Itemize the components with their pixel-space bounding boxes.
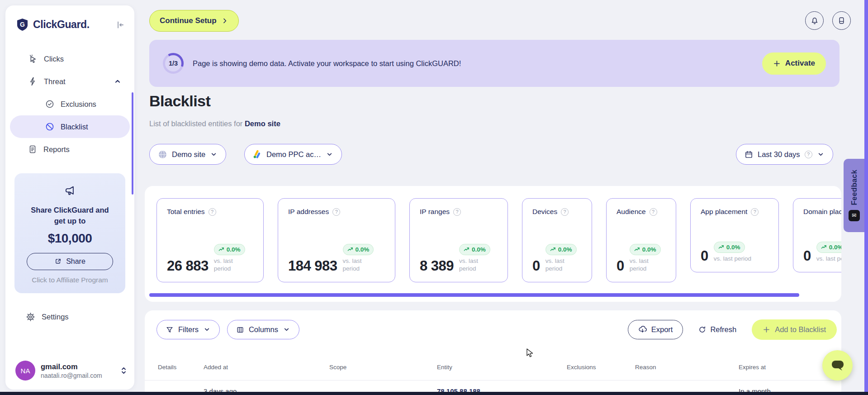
- sidebar-item-threat[interactable]: Threat: [5, 70, 134, 93]
- stat-sub: vs. last period: [630, 257, 658, 273]
- column-header-details: Details: [158, 364, 176, 371]
- feedback-tab[interactable]: Feedback ✉: [844, 159, 864, 232]
- trend-up-icon: [634, 247, 640, 252]
- sidebar-item-clicks[interactable]: Clicks: [5, 48, 134, 70]
- brand-shield-icon: G: [16, 18, 28, 31]
- continue-setup-label: Continue Setup: [160, 16, 217, 25]
- stat-sub: vs. last period: [545, 257, 574, 273]
- stat-label: Domain placement: [803, 208, 841, 216]
- stat-value: 0: [803, 249, 811, 263]
- sidebar-item-exclusions[interactable]: Exclusions: [5, 93, 134, 115]
- stat-sub: vs. last period: [343, 257, 371, 273]
- help-icon[interactable]: ?: [209, 208, 216, 216]
- stat-value: 0: [701, 249, 708, 263]
- header-divider: [145, 380, 841, 381]
- stat-label: Total entries: [167, 208, 205, 216]
- sidebar-item-reports[interactable]: Reports: [5, 138, 134, 161]
- stat-card-app-placement: App placement? 0 0.0% vs. last period: [690, 198, 779, 272]
- stat-card-devices: Devices? 0 0.0% vs. last period: [522, 198, 592, 282]
- chevron-down-icon: [283, 326, 290, 333]
- demo-data-banner: 1/3 Page is showing demo data. Activate …: [149, 40, 840, 87]
- cloud-download-icon: [638, 325, 647, 334]
- stat-value: 0: [617, 259, 624, 273]
- svg-text:G: G: [20, 21, 25, 28]
- stat-value: 8 389: [420, 259, 454, 273]
- date-range-selector[interactable]: Last 30 days ?: [736, 144, 833, 165]
- funnel-icon: [166, 326, 174, 334]
- page-subtitle: List of blacklisted entities for Demo si…: [149, 119, 280, 128]
- stat-sub: vs. last period: [214, 257, 242, 273]
- refresh-button[interactable]: Refresh: [698, 325, 736, 334]
- trend-up-icon: [821, 244, 827, 250]
- window-bottom-edge: [0, 392, 868, 395]
- stat-value: 26 883: [167, 259, 209, 273]
- docs-button[interactable]: [832, 11, 851, 30]
- cards-horizontal-scrollbar[interactable]: [149, 293, 799, 297]
- sidebar-item-blacklist[interactable]: Blacklist: [10, 115, 130, 138]
- user-email: naatali.ro@gmail.com: [41, 372, 102, 379]
- stat-value: 184 983: [288, 259, 337, 273]
- banner-message: Page is showing demo data. Activate your…: [193, 59, 461, 68]
- sidebar-item-label: Clicks: [44, 55, 64, 63]
- trend-up-icon: [218, 247, 224, 252]
- megaphone-icon: [63, 184, 77, 198]
- stat-delta: 0.0%: [642, 246, 656, 253]
- ppc-account-selector[interactable]: Demo PPC ac…: [244, 144, 342, 165]
- share-button[interactable]: Share: [27, 253, 113, 270]
- site-selector-value: Demo site: [172, 150, 205, 159]
- page-scrollbar[interactable]: [864, 0, 868, 395]
- setup-progress-ring: 1/3: [163, 53, 184, 74]
- bell-icon: [810, 16, 819, 25]
- continue-setup-button[interactable]: Continue Setup: [149, 10, 239, 32]
- logo: G ClickGuard.: [5, 5, 134, 31]
- affiliate-promo-card[interactable]: Share ClickGuard and get up to $10,000 S…: [14, 173, 125, 293]
- sidebar-scrollbar[interactable]: [132, 92, 133, 195]
- trend-up-icon: [550, 247, 556, 252]
- stat-card-ip-addresses: IP addresses? 184 983 0.0% vs. last peri…: [278, 198, 395, 282]
- plus-icon: [763, 326, 770, 333]
- stat-delta: 0.0%: [829, 244, 841, 251]
- export-button[interactable]: Export: [628, 320, 683, 339]
- stat-value: 0: [532, 259, 540, 273]
- select-chevrons-icon[interactable]: [120, 366, 127, 375]
- stat-sub: vs. last period: [816, 255, 841, 263]
- add-to-blacklist-button[interactable]: Add to Blacklist: [752, 319, 837, 340]
- add-to-blacklist-label: Add to Blacklist: [775, 325, 826, 334]
- help-icon[interactable]: ?: [561, 208, 569, 216]
- bolt-icon: [28, 77, 38, 86]
- columns-label: Columns: [249, 325, 278, 334]
- gear-icon: [26, 312, 35, 322]
- refresh-icon: [698, 326, 706, 333]
- column-header-entity: Entity: [437, 364, 452, 371]
- column-header-exclusions: Exclusions: [567, 364, 596, 371]
- columns-button[interactable]: Columns: [227, 320, 299, 339]
- activate-button[interactable]: Activate: [762, 52, 826, 75]
- workspace-switcher[interactable]: NA gmail.com naatali.ro@gmail.com: [15, 361, 127, 381]
- stats-panel: Total entries? 26 883 0.0% vs. last peri…: [145, 186, 841, 302]
- sidebar-item-label: Exclusions: [61, 100, 96, 109]
- brand-name: ClickGuard.: [33, 19, 90, 31]
- help-icon[interactable]: ?: [453, 208, 461, 216]
- workspace-name: gmail.com: [41, 362, 102, 371]
- filters-label: Filters: [178, 325, 199, 334]
- site-selector[interactable]: Demo site: [149, 144, 226, 165]
- chevron-up-icon[interactable]: [114, 77, 122, 86]
- help-icon[interactable]: ?: [751, 208, 759, 216]
- filters-button[interactable]: Filters: [157, 320, 220, 339]
- sidebar-item-settings[interactable]: Settings: [5, 312, 134, 322]
- stat-delta: 0.0%: [558, 246, 572, 253]
- notifications-button[interactable]: [805, 11, 824, 30]
- help-icon[interactable]: ?: [805, 151, 812, 158]
- sidebar-collapse-icon[interactable]: [115, 20, 125, 30]
- help-icon[interactable]: ?: [332, 208, 340, 216]
- stat-card-audience: Audience? 0 0.0% vs. last period: [606, 198, 676, 282]
- help-icon[interactable]: ?: [650, 208, 657, 216]
- feedback-label: Feedback: [850, 170, 859, 205]
- sidebar-item-label: Reports: [43, 145, 70, 154]
- activate-label: Activate: [785, 59, 815, 68]
- stat-sub: vs. last period: [714, 255, 751, 263]
- chat-widget-button[interactable]: [822, 350, 853, 381]
- stat-delta: 0.0%: [356, 246, 370, 253]
- chevron-down-icon: [203, 326, 211, 333]
- trend-up-icon: [718, 244, 724, 250]
